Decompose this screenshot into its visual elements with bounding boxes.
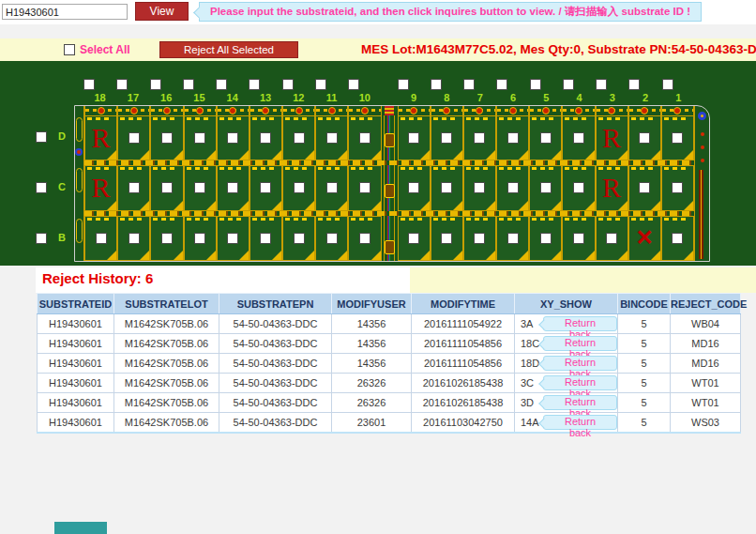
cell-checkbox-2C[interactable] bbox=[639, 182, 650, 193]
cell-checkbox-8C[interactable] bbox=[441, 182, 452, 193]
cell-checkbox-7B[interactable] bbox=[474, 233, 485, 244]
cell-checkbox-1B[interactable] bbox=[672, 233, 683, 244]
column-checkbox-3[interactable] bbox=[596, 79, 607, 90]
column-checkbox-15[interactable] bbox=[183, 79, 194, 90]
cell-substratelot: M1642SK705B.06 bbox=[114, 393, 219, 413]
column-label-11: 11 bbox=[315, 92, 348, 103]
cell-checkbox-8D[interactable] bbox=[441, 132, 452, 144]
cell-checkbox-10C[interactable] bbox=[359, 182, 370, 193]
cell-checkbox-5B[interactable] bbox=[540, 233, 552, 244]
return-back-button[interactable]: Return back bbox=[543, 395, 617, 410]
cell-modifytime: 20161026185438 bbox=[412, 374, 515, 393]
cell-checkbox-12B[interactable] bbox=[294, 233, 305, 244]
column-checkbox-6[interactable] bbox=[496, 79, 507, 90]
column-checkbox-4[interactable] bbox=[563, 79, 574, 90]
cell-checkbox-5C[interactable] bbox=[540, 182, 552, 193]
column-checkbox-16[interactable] bbox=[150, 79, 161, 90]
cell-13D bbox=[249, 115, 282, 160]
cell-checkbox-4D[interactable] bbox=[573, 132, 584, 144]
row-checkbox-D[interactable] bbox=[36, 131, 47, 143]
cell-checkbox-16C[interactable] bbox=[161, 182, 173, 193]
cell-checkbox-17B[interactable] bbox=[129, 233, 140, 244]
column-checkbox-11[interactable] bbox=[315, 79, 326, 90]
cell-checkbox-17D[interactable] bbox=[129, 132, 140, 144]
cell-checkbox-16B[interactable] bbox=[161, 233, 173, 244]
column-fiducial bbox=[431, 106, 463, 115]
cell-modifytime: 20161111054922 bbox=[412, 314, 515, 334]
column-checkbox-18[interactable] bbox=[83, 79, 95, 90]
row-checkbox-B[interactable] bbox=[36, 233, 47, 244]
column-checkbox-12[interactable] bbox=[282, 79, 294, 90]
cell-checkbox-15D[interactable] bbox=[194, 132, 205, 144]
column-label-2: 2 bbox=[628, 92, 661, 103]
cell-modifytime: 20161111054856 bbox=[412, 354, 515, 374]
cell-checkbox-6C[interactable] bbox=[507, 182, 519, 193]
reject-all-selected-button[interactable]: Reject All Selected bbox=[159, 41, 298, 58]
cell-checkbox-2D[interactable] bbox=[639, 132, 650, 144]
cell-checkbox-9D[interactable] bbox=[408, 132, 419, 144]
return-back-button[interactable]: Return back bbox=[543, 336, 617, 351]
column-checkbox-14[interactable] bbox=[216, 79, 227, 90]
table-header-xy_show: XY_SHOW bbox=[515, 294, 618, 314]
cell-checkbox-6D[interactable] bbox=[507, 132, 519, 144]
column-checkbox-13[interactable] bbox=[249, 79, 260, 90]
return-back-button[interactable]: Return back bbox=[543, 356, 617, 371]
cell-checkbox-13D[interactable] bbox=[260, 132, 271, 144]
cell-checkbox-10D[interactable] bbox=[359, 132, 370, 144]
cell-checkbox-9B[interactable] bbox=[408, 233, 419, 244]
cell-checkbox-15B[interactable] bbox=[194, 233, 205, 244]
fiducial-dot-icon bbox=[262, 107, 269, 114]
cell-checkbox-7D[interactable] bbox=[474, 132, 485, 144]
cell-substrateid: H19430601 bbox=[38, 374, 114, 393]
substrate-input[interactable] bbox=[2, 4, 128, 20]
cell-checkbox-4B[interactable] bbox=[573, 233, 584, 244]
cell-checkbox-3B[interactable] bbox=[606, 233, 617, 244]
cell-checkbox-16D[interactable] bbox=[161, 132, 173, 144]
column-checkbox-8[interactable] bbox=[431, 79, 442, 90]
cell-checkbox-18B[interactable] bbox=[96, 233, 107, 244]
cell-checkbox-14D[interactable] bbox=[227, 132, 238, 144]
cell-checkbox-13C[interactable] bbox=[260, 182, 271, 193]
select-all-checkbox[interactable] bbox=[64, 44, 75, 55]
cell-checkbox-14C[interactable] bbox=[227, 182, 238, 193]
view-button[interactable]: View bbox=[135, 2, 189, 21]
column-checkbox-1[interactable] bbox=[662, 79, 673, 90]
cell-checkbox-17C[interactable] bbox=[129, 182, 140, 193]
column-checkbox-10[interactable] bbox=[348, 79, 359, 90]
cell-checkbox-13B[interactable] bbox=[260, 233, 271, 244]
cell-checkbox-11B[interactable] bbox=[326, 233, 338, 244]
column-label-7: 7 bbox=[463, 92, 496, 103]
cell-checkbox-8B[interactable] bbox=[441, 233, 452, 244]
column-gap bbox=[382, 92, 398, 103]
cell-checkbox-6B[interactable] bbox=[507, 233, 519, 244]
cell-13C bbox=[249, 165, 282, 210]
column-label-18: 18 bbox=[83, 92, 116, 103]
column-checkbox-17[interactable] bbox=[116, 79, 128, 90]
row-checkbox-C[interactable] bbox=[36, 182, 47, 193]
cell-checkbox-11D[interactable] bbox=[326, 132, 338, 144]
cell-checkbox-11C[interactable] bbox=[326, 182, 338, 193]
return-back-button[interactable]: Return back bbox=[543, 415, 617, 430]
column-checkbox-7[interactable] bbox=[463, 79, 475, 90]
cell-4B bbox=[562, 216, 595, 261]
cell-checkbox-14B[interactable] bbox=[227, 233, 238, 244]
cell-checkbox-7C[interactable] bbox=[474, 182, 485, 193]
cell-checkbox-9C[interactable] bbox=[408, 182, 419, 193]
table-row: H19430601M1642SK705B.0654-50-04363-DDC14… bbox=[38, 314, 741, 334]
cell-modifyuser: 14356 bbox=[332, 334, 412, 354]
cell-checkbox-5D[interactable] bbox=[540, 132, 552, 144]
column-checkbox-9[interactable] bbox=[398, 79, 409, 90]
return-back-button[interactable]: Return back bbox=[543, 375, 617, 390]
table-header-modifytime: MODIFYTIME bbox=[412, 294, 515, 314]
cell-checkbox-15C[interactable] bbox=[194, 182, 205, 193]
cell-checkbox-1C[interactable] bbox=[672, 182, 683, 193]
cell-checkbox-12C[interactable] bbox=[294, 182, 305, 193]
cell-checkbox-4C[interactable] bbox=[573, 182, 584, 193]
table-row: H19430601M1642SK705B.0654-50-04363-DDC23… bbox=[38, 413, 741, 434]
cell-checkbox-12D[interactable] bbox=[294, 132, 305, 144]
column-checkbox-5[interactable] bbox=[530, 79, 541, 90]
cell-checkbox-10B[interactable] bbox=[359, 233, 370, 244]
cell-checkbox-1D[interactable] bbox=[672, 132, 683, 144]
return-back-button[interactable]: Return back bbox=[543, 316, 617, 331]
column-checkbox-2[interactable] bbox=[628, 79, 640, 90]
